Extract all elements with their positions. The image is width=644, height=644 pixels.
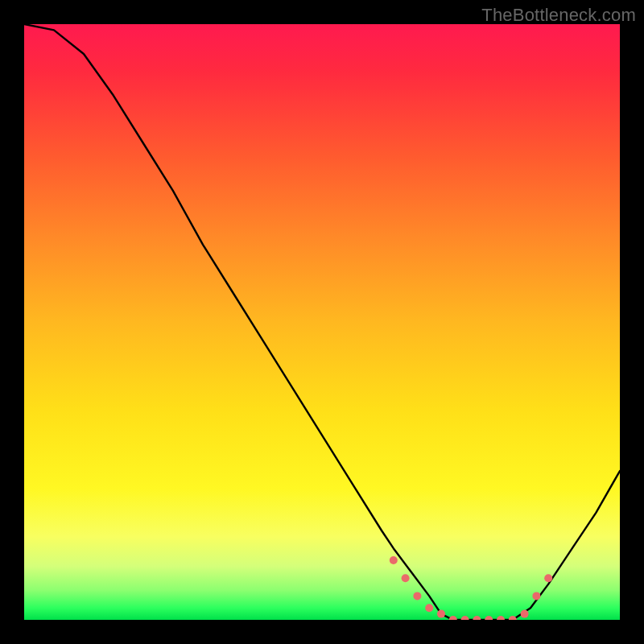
marker-dot xyxy=(497,616,505,620)
chart-overlay xyxy=(24,24,620,620)
marker-dot xyxy=(413,592,421,600)
plot-area xyxy=(24,24,620,620)
marker-dot xyxy=(509,616,517,620)
marker-dot xyxy=(544,574,552,582)
marker-dot xyxy=(461,616,469,620)
marker-dot xyxy=(449,616,457,620)
attribution-label: TheBottleneck.com xyxy=(481,5,636,26)
marker-dot xyxy=(485,616,493,620)
bottleneck-curve xyxy=(24,24,620,620)
marker-dot xyxy=(521,610,529,618)
chart-frame: TheBottleneck.com xyxy=(0,0,644,644)
marker-dot xyxy=(473,616,481,620)
marker-dot xyxy=(390,556,398,564)
marker-dot xyxy=(425,604,433,612)
marker-dot xyxy=(402,574,410,582)
marker-dot xyxy=(532,592,540,600)
marker-dot xyxy=(437,610,445,618)
